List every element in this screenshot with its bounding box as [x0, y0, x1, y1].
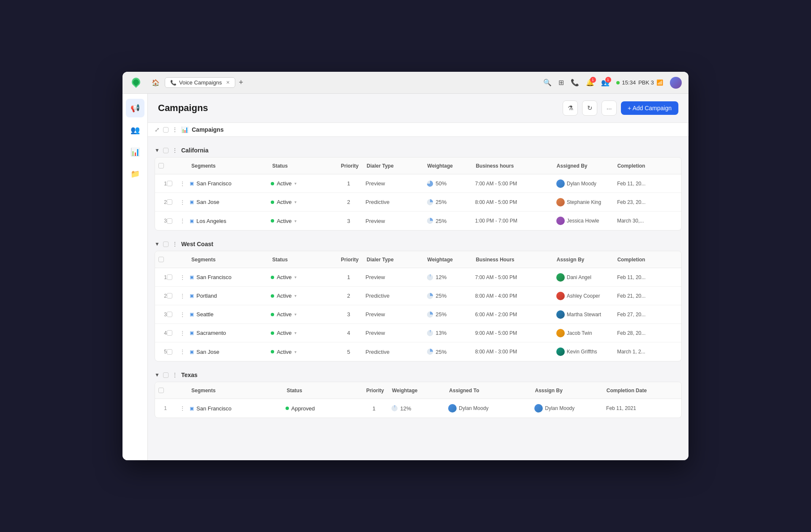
segment-name: San Jose	[196, 349, 219, 355]
tx-header-checkbox[interactable]	[158, 388, 164, 393]
add-tab-icon[interactable]: +	[239, 78, 243, 87]
priority-cell: 3	[332, 218, 365, 224]
row-dots[interactable]: ⋮	[180, 199, 188, 206]
title-bar: 🏠 📞 Voice Campaigns ✕ + 🔍 ⊞ 📞 🔔 1 👥 1	[122, 72, 689, 94]
wc-header-checkbox[interactable]	[158, 257, 164, 262]
texas-section-header: ▼ ⋮ Texas	[155, 368, 682, 382]
voice-campaigns-tab[interactable]: 📞 Voice Campaigns ✕	[165, 77, 235, 88]
bell-icon[interactable]: 🔔 1	[586, 79, 594, 87]
westcoast-toggle[interactable]: ▼	[155, 241, 160, 247]
status-label: Active	[277, 311, 291, 318]
wifi-icon: 📶	[656, 79, 663, 86]
status-chevron[interactable]: ▾	[294, 350, 297, 354]
status-chevron[interactable]: ▾	[294, 312, 297, 317]
texas-section: ▼ ⋮ Texas Segments Status Priority Weigh…	[155, 368, 682, 418]
tx-weightage-cell: 12%	[391, 404, 448, 412]
cal-th-business: Business hours	[476, 163, 556, 169]
texas-toggle[interactable]: ▼	[155, 372, 160, 378]
row-dots[interactable]: ⋮	[180, 293, 188, 299]
row-dots[interactable]: ⋮	[180, 348, 188, 355]
assigned-cell: Martha Stewart	[556, 310, 617, 319]
westcoast-section-header: ▼ ⋮ West Coast	[155, 237, 682, 251]
westcoast-dots[interactable]: ⋮	[172, 241, 178, 247]
segment-cell: ▣ San Jose	[188, 349, 271, 355]
row-checkbox[interactable]	[167, 293, 172, 299]
texas-dots[interactable]: ⋮	[172, 372, 178, 378]
california-toggle[interactable]: ▼	[155, 147, 160, 153]
westcoast-name: West Coast	[181, 241, 213, 247]
row-checkbox[interactable]	[167, 181, 172, 186]
status-label: Active	[277, 180, 291, 187]
sidebar-item-chart[interactable]: 📊	[126, 143, 144, 161]
westcoast-checkbox[interactable]	[163, 242, 169, 247]
sidebar-item-people[interactable]: 👥	[126, 121, 144, 139]
filter-button[interactable]: ⚗	[563, 100, 578, 116]
segment-name: Los Angeles	[196, 218, 226, 224]
row-dots[interactable]: ⋮	[180, 330, 188, 337]
sidebar-item-megaphone[interactable]: 📢	[126, 99, 144, 117]
row-num: 1	[158, 181, 167, 187]
cal-header-checkbox[interactable]	[158, 163, 164, 168]
texas-name: Texas	[181, 372, 198, 378]
california-table-header: Segments Status Priority Dialer Type Wei…	[155, 157, 681, 174]
sidebar-item-folder[interactable]: 📁	[126, 165, 144, 183]
table-row: 2 ⋮ ▣ Portland Active ▾	[155, 287, 681, 305]
home-btn[interactable]: 🏠	[148, 75, 163, 90]
tab-label: Voice Campaigns	[179, 79, 222, 86]
row-num: 3	[158, 312, 167, 318]
status-dot	[271, 276, 274, 279]
row-checkbox[interactable]	[167, 330, 172, 336]
status-label: Active	[277, 330, 291, 336]
content-area: Campaigns ⚗ ↻ ··· + Add Campaign ⤢ ⋮ 📊 C…	[148, 94, 689, 460]
add-campaign-button[interactable]: + Add Campaign	[621, 101, 678, 115]
row-dots[interactable]: ⋮	[180, 180, 188, 187]
row-checkbox[interactable]	[167, 199, 172, 205]
status-cell: Active ▾	[271, 218, 332, 224]
row-checkbox[interactable]	[167, 274, 172, 280]
phone-icon[interactable]: 📞	[571, 79, 579, 87]
priority-cell: 2	[332, 199, 365, 205]
refresh-button[interactable]: ↻	[582, 100, 597, 116]
status-dot	[271, 313, 274, 316]
california-checkbox[interactable]	[163, 148, 169, 153]
segment-icon: ▣	[190, 312, 194, 317]
search-icon[interactable]: 🔍	[543, 79, 552, 87]
grid-icon[interactable]: ⊞	[558, 79, 564, 87]
status-dot	[271, 331, 274, 335]
cal-th-priority: Priority	[333, 163, 367, 169]
completion-cell: Feb 23, 20...	[617, 199, 678, 205]
tab-close-icon[interactable]: ✕	[226, 80, 230, 85]
row-dots[interactable]: ⋮	[180, 217, 188, 224]
status-chevron[interactable]: ▾	[294, 219, 297, 223]
status-chevron[interactable]: ▾	[294, 275, 297, 280]
status-chevron[interactable]: ▾	[294, 200, 297, 204]
status-chevron[interactable]: ▾	[294, 293, 297, 298]
status-cell: Active ▾	[271, 274, 332, 280]
row-dots[interactable]: ⋮	[180, 311, 188, 318]
status-dot	[271, 182, 274, 185]
users-icon[interactable]: 👥 1	[601, 79, 610, 87]
row-checkbox[interactable]	[167, 312, 172, 317]
texas-checkbox[interactable]	[163, 372, 169, 378]
row-dots[interactable]: ⋮	[180, 274, 188, 281]
row-dots[interactable]: ⋮	[180, 405, 188, 412]
california-dots[interactable]: ⋮	[172, 147, 178, 154]
online-dot	[616, 81, 620, 84]
user-avatar[interactable]	[670, 77, 682, 89]
wc-th-status: Status	[272, 257, 333, 263]
row-checkbox[interactable]	[167, 218, 172, 224]
segment-cell: ▣ San Francisco	[188, 274, 271, 280]
status-chevron[interactable]: ▾	[294, 331, 297, 335]
more-options-button[interactable]: ···	[601, 100, 617, 116]
section-dots[interactable]: ⋮	[172, 126, 178, 133]
expand-icon[interactable]: ⤢	[155, 126, 160, 133]
wc-th-assigned: Asssign By	[557, 257, 618, 263]
wc-th-dialer: Dialer Type	[367, 257, 427, 263]
weightage-cell: 50%	[426, 180, 475, 187]
segment-cell: ▣ San Francisco	[188, 405, 286, 412]
row-checkbox[interactable]	[167, 349, 172, 355]
select-all-checkbox[interactable]	[163, 127, 169, 133]
wc-th-completion: Completion	[617, 257, 678, 263]
campaigns-content[interactable]: ▼ ⋮ California Segments Status Priority …	[148, 137, 689, 460]
status-chevron[interactable]: ▾	[294, 181, 297, 186]
